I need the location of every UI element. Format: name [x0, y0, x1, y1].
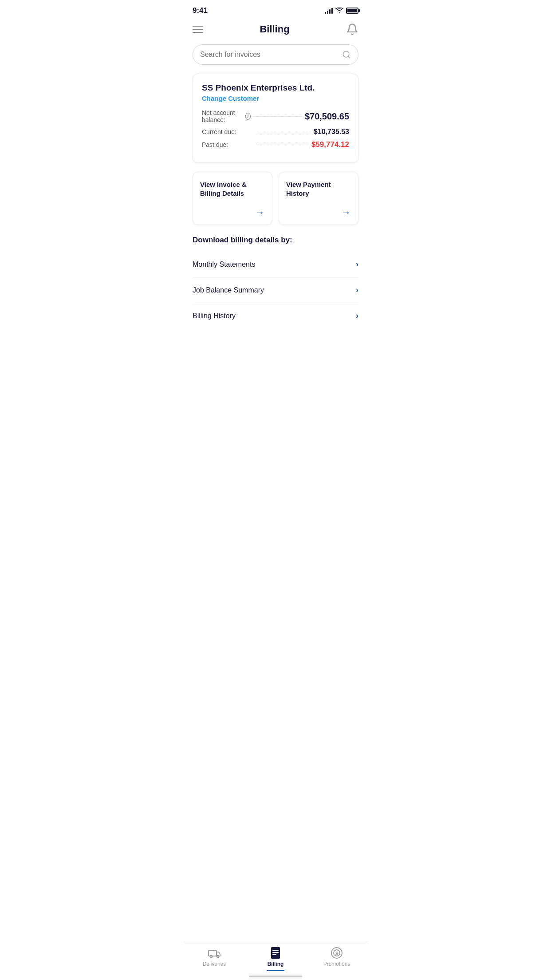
notification-button[interactable]	[346, 23, 358, 36]
current-due-amount: $10,735.53	[314, 128, 349, 136]
download-section: Download billing details by: Monthly Sta…	[184, 236, 367, 328]
past-due-label: Past due:	[202, 141, 254, 148]
change-customer-button[interactable]: Change Customer	[202, 95, 349, 102]
current-due-label: Current due:	[202, 128, 255, 135]
search-container	[184, 44, 367, 74]
job-balance-label: Job Balance Summary	[193, 286, 264, 294]
status-bar: 9:41	[184, 0, 367, 19]
net-balance-label: Net account balance: i	[202, 109, 251, 123]
net-balance-row: Net account balance: i $70,509.65	[202, 109, 349, 123]
past-due-amount: $59,774.12	[311, 140, 349, 149]
monthly-statements-item[interactable]: Monthly Statements ›	[193, 252, 358, 277]
billing-history-item[interactable]: Billing History ›	[193, 303, 358, 328]
search-bar[interactable]	[193, 44, 358, 65]
past-due-row: Past due: $59,774.12	[202, 140, 349, 149]
svg-line-1	[348, 56, 350, 58]
view-invoice-title: View Invoice & Billing Details	[200, 180, 265, 198]
job-balance-chevron: ›	[356, 285, 358, 295]
job-balance-item[interactable]: Job Balance Summary ›	[193, 277, 358, 303]
search-input[interactable]	[200, 51, 342, 59]
page-title: Billing	[260, 24, 289, 35]
action-cards: View Invoice & Billing Details → View Pa…	[184, 172, 367, 236]
view-payment-arrow: →	[341, 207, 351, 218]
status-icons	[325, 8, 358, 14]
signal-icon	[325, 8, 333, 14]
search-icon	[342, 50, 351, 59]
account-card: SS Phoenix Enterprises Ltd. Change Custo…	[193, 74, 358, 163]
view-payment-card[interactable]: View Payment History →	[279, 172, 358, 225]
header: Billing	[184, 19, 367, 44]
billing-history-chevron: ›	[356, 311, 358, 320]
status-time: 9:41	[193, 6, 208, 15]
view-payment-title: View Payment History	[286, 180, 351, 198]
billing-history-label: Billing History	[193, 312, 236, 320]
company-name: SS Phoenix Enterprises Ltd.	[202, 83, 349, 93]
monthly-statements-chevron: ›	[356, 260, 358, 269]
wifi-icon	[335, 8, 343, 14]
info-icon[interactable]: i	[245, 113, 251, 120]
view-invoice-card[interactable]: View Invoice & Billing Details →	[193, 172, 272, 225]
view-invoice-arrow: →	[255, 207, 265, 218]
menu-button[interactable]	[193, 26, 203, 33]
battery-icon	[346, 8, 358, 14]
download-title: Download billing details by:	[193, 236, 358, 245]
monthly-statements-label: Monthly Statements	[193, 261, 255, 269]
net-balance-amount: $70,509.65	[305, 111, 349, 122]
current-due-row: Current due: $10,735.53	[202, 128, 349, 136]
